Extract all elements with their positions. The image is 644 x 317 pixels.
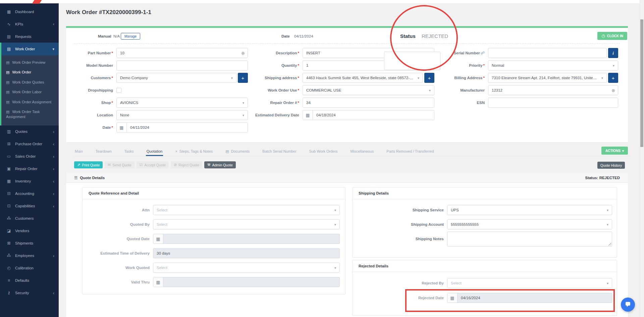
sidebar-subitem[interactable]: ▤Work Order — [1, 67, 59, 77]
add-button[interactable]: + — [424, 73, 434, 83]
clear-icon[interactable]: ⊗ — [241, 51, 245, 56]
tab[interactable]: Parts Removed / Transferred — [386, 147, 434, 156]
field-label: Quoted By☍* — [83, 222, 153, 226]
sidebar-item[interactable]: ⊠ Shipments — [0, 237, 59, 250]
quote-action-button[interactable]: ☑ Accept Quote — [137, 161, 169, 168]
quote-action-button[interactable]: ✉ Send Quote — [105, 161, 134, 168]
calendar-icon[interactable]: ▦ — [153, 234, 163, 244]
sidebar-item[interactable]: ▣ Repair Order ‹ — [0, 163, 59, 175]
tab[interactable]: Batch Serial Number — [262, 147, 297, 156]
field-input[interactable]: ▦ 12312 ▾ ⊗ — [488, 85, 618, 95]
sidebar-item-icon: ▥ — [6, 129, 12, 134]
quote-action-button[interactable]: ⚒ Admin Quote — [204, 161, 236, 168]
tab[interactable]: Teardown — [95, 147, 112, 156]
field-input[interactable]: ▦ Select ▾ ⊗ — [153, 205, 340, 215]
sidebar-subitem[interactable]: ▤Work Order Task Assignment — [1, 107, 59, 122]
field-input[interactable]: ▦ 10 ▾ ⊗ — [116, 48, 248, 58]
sidebar-item-icon: ▦ — [6, 179, 12, 183]
field-input[interactable]: ▦ Demo Company ▾ ⊗ — [116, 73, 236, 83]
quote-action-button[interactable]: ⊘ Reject Quote — [171, 161, 202, 168]
resize-handle[interactable] — [608, 243, 611, 246]
field-input[interactable]: ▦ ▾ ⊗ — [116, 60, 248, 70]
tab[interactable]: ▤ Documents — [225, 147, 250, 156]
field-input[interactable]: ▦ UPS ▾ ⊗ — [447, 205, 612, 215]
field-label: Part Number☍* — [74, 51, 116, 55]
info-button[interactable]: i — [608, 48, 618, 58]
sidebar-item[interactable]: ⊞ Purchase Order ‹ — [0, 138, 59, 150]
field-input[interactable]: ▦ Select ▾ ⊗ — [153, 219, 340, 229]
add-button[interactable]: + — [608, 73, 618, 83]
field-input[interactable]: ▦ COMMERCIAL USE ▾ ⊗ — [303, 85, 434, 95]
quote-action-button[interactable]: ⇗ Print Quote — [74, 161, 103, 168]
field-input[interactable]: ▦ ▾ ⊗ — [447, 231, 612, 247]
form-field-row: Priority☍* ▦ Normal ▾ ⊗ + i — [448, 60, 618, 70]
tab[interactable]: Sub Work Orders — [309, 147, 338, 156]
tab[interactable]: × Steps, Tags & Notes — [174, 147, 213, 156]
sidebar-item[interactable]: ▦ Dashboard — [0, 5, 59, 18]
field-input[interactable]: ▦ Normal ▾ ⊗ — [488, 60, 618, 70]
add-button[interactable]: + — [238, 73, 248, 83]
manual-label: Manual — [98, 32, 111, 41]
sidebar-item[interactable]: ⚷ Security ‹ — [0, 287, 59, 299]
field-input[interactable]: ▦ Select ▾ ⊗ — [447, 278, 612, 288]
sidebar-item[interactable]: ◴ Calibration — [0, 262, 59, 274]
sidebar-item[interactable]: ▦ Inventory ‹ — [0, 175, 59, 188]
clock-in-button[interactable]: ◷ CLOCK IN — [597, 32, 627, 40]
tab[interactable]: Main — [74, 147, 84, 156]
field-input[interactable]: ▦ 5555555555555 ▾ ⊗ — [447, 219, 612, 229]
sidebar-subitem[interactable]: ▤Work Order Quotes — [1, 77, 59, 87]
chat-launcher-button[interactable] — [621, 298, 635, 312]
field-input[interactable]: ▦ ▾ ⊗ — [153, 277, 340, 287]
sidebar-item[interactable]: ▭ Sales Order ‹ — [0, 150, 59, 163]
sidebar-item[interactable]: ⊡ Capabilities ‹ — [0, 200, 59, 212]
tab[interactable]: Tasks — [124, 147, 135, 156]
field-input[interactable]: ▦ 30 days ▾ ⊗ — [153, 248, 340, 258]
quote-action-icon: ✉ — [108, 163, 111, 167]
field-input[interactable]: ▦ ▾ ⊗ — [488, 48, 607, 58]
manage-button[interactable]: Manage — [121, 33, 140, 40]
quote-details-header: ☰Quote Details Status: REJECTED — [66, 173, 628, 183]
sidebar-item-label: Requests — [15, 35, 54, 39]
field-input[interactable]: ▦ 4463 Hauck Summit Suite 455, West Bell… — [303, 73, 423, 83]
sidebar-item[interactable]: ▥ Quotes ‹ — [0, 125, 59, 138]
sidebar-item[interactable]: ⁂ Employees ‹ — [0, 250, 59, 262]
sidebar-subitem[interactable]: ▤Work Order Preview — [1, 58, 59, 67]
sidebar-item[interactable]: ⁂ Customers — [0, 212, 59, 225]
field-input[interactable]: ▦ 7310 Eleanore Stream Apt. 214, Feilfor… — [488, 73, 607, 83]
calendar-icon[interactable]: ▦ — [303, 110, 313, 120]
sidebar-item[interactable]: ◪ Vendors — [0, 225, 59, 237]
scrollbar-thumb[interactable] — [640, 19, 643, 147]
sidebar-item[interactable]: ∿ KPIs ‹ — [0, 18, 59, 30]
field-input[interactable]: ▦ None ▾ ⊗ — [116, 110, 248, 120]
actions-button[interactable]: ACTIONS▾ — [601, 147, 628, 155]
field-input[interactable]: ▦ AVIONICS ▾ ⊗ — [116, 98, 248, 108]
calendar-icon[interactable]: ▦ — [117, 123, 127, 132]
sidebar-item[interactable]: ▤ Requests — [0, 30, 59, 43]
field-input[interactable]: ▦ ▾ ⊗ — [153, 234, 340, 244]
sidebar-item-icon: ▣ — [6, 166, 12, 171]
field-input[interactable]: ▦ 34 ▾ ⊗ — [303, 98, 434, 108]
chevron-down-icon: ▾ — [52, 47, 54, 51]
field-input[interactable]: ▦ ▾ ⊗ — [488, 98, 618, 108]
sidebar-item-icon: ⊠ — [6, 241, 12, 246]
field-label: Customers☍* — [74, 76, 116, 80]
field-label: Serial Number☍* — [448, 51, 488, 55]
field-input[interactable]: ▦ 04/11/2024 ▾ ⊗ — [116, 122, 248, 133]
chevron-down-icon: ▾ — [601, 76, 603, 80]
field-control: ▦ 5555555555555 ▾ ⊗ + i — [447, 219, 612, 229]
field-input[interactable]: ▦ 04/18/2024 ▾ ⊗ — [303, 110, 434, 120]
calendar-icon[interactable]: ▦ — [447, 293, 458, 303]
tab[interactable]: Miscellaneous — [350, 147, 375, 156]
field-input[interactable]: ▦ Select ▾ ⊗ — [153, 263, 340, 273]
tab[interactable]: Quotation — [146, 147, 163, 156]
clear-icon[interactable]: ⊗ — [611, 88, 615, 93]
sidebar-subitem[interactable]: ▤Work Order Labor — [1, 87, 59, 97]
sidebar-item-work-order[interactable]: ▤ Work Order ▾ — [1, 43, 59, 55]
sidebar-subitem[interactable]: ▤Work Order Assignment — [1, 97, 59, 107]
checkbox[interactable] — [116, 88, 121, 93]
quote-history-button[interactable]: Quote History — [597, 162, 625, 169]
sidebar-item[interactable]: ≡ Defaults — [0, 274, 59, 287]
sidebar-item[interactable]: ⊟ Accounting ‹ — [0, 188, 59, 200]
field-input[interactable]: ▦ 04/16/2024 ▾ ⊗ — [447, 293, 612, 303]
calendar-icon[interactable]: ▦ — [153, 277, 163, 287]
